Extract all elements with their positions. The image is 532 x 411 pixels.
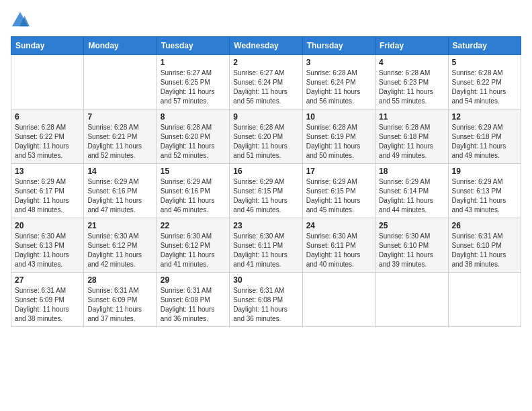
day-info: Sunrise: 6:27 AM Sunset: 6:24 PM Dayligh… xyxy=(233,68,298,106)
day-number: 13 xyxy=(15,167,80,176)
day-info: Sunrise: 6:31 AM Sunset: 6:08 PM Dayligh… xyxy=(161,286,226,324)
calendar-header-row: SundayMondayTuesdayWednesdayThursdayFrid… xyxy=(11,37,521,55)
logo-icon xyxy=(11,11,30,30)
day-number: 17 xyxy=(306,167,371,176)
logo xyxy=(11,11,32,30)
calendar-week-row: 20Sunrise: 6:30 AM Sunset: 6:13 PM Dayli… xyxy=(11,218,521,273)
day-number: 26 xyxy=(452,221,517,230)
day-info: Sunrise: 6:29 AM Sunset: 6:16 PM Dayligh… xyxy=(161,177,226,215)
day-info: Sunrise: 6:29 AM Sunset: 6:18 PM Dayligh… xyxy=(452,123,517,161)
day-info: Sunrise: 6:28 AM Sunset: 6:24 PM Dayligh… xyxy=(306,68,371,106)
calendar-cell: 21Sunrise: 6:30 AM Sunset: 6:12 PM Dayli… xyxy=(84,218,157,273)
day-info: Sunrise: 6:28 AM Sunset: 6:22 PM Dayligh… xyxy=(15,123,80,161)
calendar-cell xyxy=(84,55,157,109)
calendar-cell: 1Sunrise: 6:27 AM Sunset: 6:25 PM Daylig… xyxy=(157,55,229,109)
calendar-week-row: 13Sunrise: 6:29 AM Sunset: 6:17 PM Dayli… xyxy=(11,164,521,218)
day-info: Sunrise: 6:28 AM Sunset: 6:23 PM Dayligh… xyxy=(379,68,444,106)
calendar-cell: 30Sunrise: 6:31 AM Sunset: 6:08 PM Dayli… xyxy=(230,273,302,327)
day-number: 6 xyxy=(15,112,80,122)
day-number: 4 xyxy=(379,58,444,67)
calendar-cell: 20Sunrise: 6:30 AM Sunset: 6:13 PM Dayli… xyxy=(11,218,84,273)
calendar-cell: 27Sunrise: 6:31 AM Sunset: 6:09 PM Dayli… xyxy=(11,273,84,327)
calendar-cell: 17Sunrise: 6:29 AM Sunset: 6:15 PM Dayli… xyxy=(302,164,375,218)
day-info: Sunrise: 6:29 AM Sunset: 6:16 PM Dayligh… xyxy=(87,177,152,215)
calendar-cell: 14Sunrise: 6:29 AM Sunset: 6:16 PM Dayli… xyxy=(84,164,157,218)
day-number: 22 xyxy=(161,221,226,230)
calendar-header-tuesday: Tuesday xyxy=(157,37,229,55)
calendar-cell: 25Sunrise: 6:30 AM Sunset: 6:10 PM Dayli… xyxy=(375,218,448,273)
day-number: 10 xyxy=(306,112,371,122)
day-info: Sunrise: 6:28 AM Sunset: 6:20 PM Dayligh… xyxy=(161,123,226,161)
day-info: Sunrise: 6:29 AM Sunset: 6:13 PM Dayligh… xyxy=(452,177,517,215)
day-number: 21 xyxy=(87,221,152,230)
day-number: 19 xyxy=(452,167,517,176)
day-info: Sunrise: 6:31 AM Sunset: 6:09 PM Dayligh… xyxy=(87,286,152,324)
calendar-header-friday: Friday xyxy=(375,37,448,55)
day-info: Sunrise: 6:27 AM Sunset: 6:25 PM Dayligh… xyxy=(161,68,226,106)
calendar-cell: 16Sunrise: 6:29 AM Sunset: 6:15 PM Dayli… xyxy=(230,164,302,218)
day-number: 1 xyxy=(161,58,226,67)
day-number: 11 xyxy=(379,112,444,122)
calendar-cell: 28Sunrise: 6:31 AM Sunset: 6:09 PM Dayli… xyxy=(84,273,157,327)
day-info: Sunrise: 6:30 AM Sunset: 6:11 PM Dayligh… xyxy=(233,232,298,269)
calendar-header-wednesday: Wednesday xyxy=(230,37,302,55)
day-number: 23 xyxy=(233,221,298,230)
day-number: 15 xyxy=(161,167,226,176)
calendar-cell: 13Sunrise: 6:29 AM Sunset: 6:17 PM Dayli… xyxy=(11,164,84,218)
calendar-header-monday: Monday xyxy=(84,37,157,55)
day-number: 18 xyxy=(379,167,444,176)
calendar-week-row: 27Sunrise: 6:31 AM Sunset: 6:09 PM Dayli… xyxy=(11,273,521,327)
day-number: 27 xyxy=(15,275,80,285)
day-number: 24 xyxy=(306,221,371,230)
calendar-header-sunday: Sunday xyxy=(11,37,84,55)
day-number: 2 xyxy=(233,58,298,67)
day-number: 28 xyxy=(87,275,152,285)
calendar-cell: 10Sunrise: 6:28 AM Sunset: 6:19 PM Dayli… xyxy=(302,109,375,164)
calendar-week-row: 6Sunrise: 6:28 AM Sunset: 6:22 PM Daylig… xyxy=(11,109,521,164)
calendar-cell xyxy=(302,273,375,327)
day-number: 8 xyxy=(161,112,226,122)
day-number: 14 xyxy=(87,167,152,176)
calendar-header-saturday: Saturday xyxy=(448,37,521,55)
day-info: Sunrise: 6:30 AM Sunset: 6:10 PM Dayligh… xyxy=(379,232,444,269)
day-info: Sunrise: 6:28 AM Sunset: 6:22 PM Dayligh… xyxy=(452,68,517,106)
day-info: Sunrise: 6:29 AM Sunset: 6:17 PM Dayligh… xyxy=(15,177,80,215)
day-number: 30 xyxy=(233,275,298,285)
calendar-table: SundayMondayTuesdayWednesdayThursdayFrid… xyxy=(11,36,521,327)
calendar-cell: 23Sunrise: 6:30 AM Sunset: 6:11 PM Dayli… xyxy=(230,218,302,273)
day-number: 3 xyxy=(306,58,371,67)
calendar-cell: 11Sunrise: 6:28 AM Sunset: 6:18 PM Dayli… xyxy=(375,109,448,164)
day-info: Sunrise: 6:30 AM Sunset: 6:13 PM Dayligh… xyxy=(15,232,80,269)
day-info: Sunrise: 6:28 AM Sunset: 6:20 PM Dayligh… xyxy=(233,123,298,161)
day-info: Sunrise: 6:28 AM Sunset: 6:19 PM Dayligh… xyxy=(306,123,371,161)
calendar-cell: 7Sunrise: 6:28 AM Sunset: 6:21 PM Daylig… xyxy=(84,109,157,164)
calendar-cell: 4Sunrise: 6:28 AM Sunset: 6:23 PM Daylig… xyxy=(375,55,448,109)
calendar-cell: 22Sunrise: 6:30 AM Sunset: 6:12 PM Dayli… xyxy=(157,218,229,273)
calendar-week-row: 1Sunrise: 6:27 AM Sunset: 6:25 PM Daylig… xyxy=(11,55,521,109)
day-info: Sunrise: 6:30 AM Sunset: 6:12 PM Dayligh… xyxy=(87,232,152,269)
day-info: Sunrise: 6:29 AM Sunset: 6:15 PM Dayligh… xyxy=(306,177,371,215)
day-number: 16 xyxy=(233,167,298,176)
calendar-cell: 12Sunrise: 6:29 AM Sunset: 6:18 PM Dayli… xyxy=(448,109,521,164)
calendar-cell: 24Sunrise: 6:30 AM Sunset: 6:11 PM Dayli… xyxy=(302,218,375,273)
day-number: 29 xyxy=(161,275,226,285)
day-number: 9 xyxy=(233,112,298,122)
day-info: Sunrise: 6:28 AM Sunset: 6:21 PM Dayligh… xyxy=(87,123,152,161)
calendar-cell: 18Sunrise: 6:29 AM Sunset: 6:14 PM Dayli… xyxy=(375,164,448,218)
calendar-cell: 3Sunrise: 6:28 AM Sunset: 6:24 PM Daylig… xyxy=(302,55,375,109)
day-info: Sunrise: 6:29 AM Sunset: 6:14 PM Dayligh… xyxy=(379,177,444,215)
day-number: 5 xyxy=(452,58,517,67)
calendar-cell xyxy=(11,55,84,109)
calendar-header-thursday: Thursday xyxy=(302,37,375,55)
day-info: Sunrise: 6:31 AM Sunset: 6:10 PM Dayligh… xyxy=(452,232,517,269)
day-number: 20 xyxy=(15,221,80,230)
calendar-cell: 29Sunrise: 6:31 AM Sunset: 6:08 PM Dayli… xyxy=(157,273,229,327)
day-info: Sunrise: 6:30 AM Sunset: 6:11 PM Dayligh… xyxy=(306,232,371,269)
calendar-cell: 19Sunrise: 6:29 AM Sunset: 6:13 PM Dayli… xyxy=(448,164,521,218)
day-number: 7 xyxy=(87,112,152,122)
day-info: Sunrise: 6:31 AM Sunset: 6:09 PM Dayligh… xyxy=(15,286,80,324)
day-info: Sunrise: 6:31 AM Sunset: 6:08 PM Dayligh… xyxy=(233,286,298,324)
calendar-cell xyxy=(448,273,521,327)
calendar-cell: 9Sunrise: 6:28 AM Sunset: 6:20 PM Daylig… xyxy=(230,109,302,164)
calendar-cell: 8Sunrise: 6:28 AM Sunset: 6:20 PM Daylig… xyxy=(157,109,229,164)
